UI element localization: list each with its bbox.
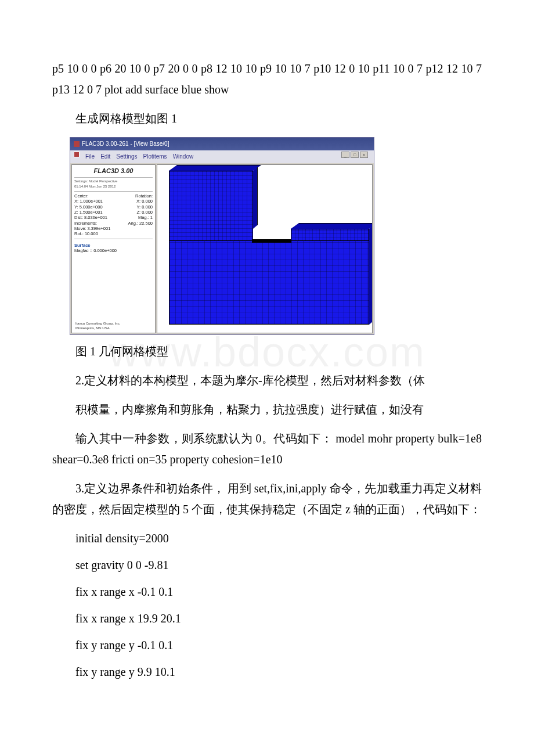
rot-value: Rot.: 10.000 [74, 231, 153, 236]
mesh-column [169, 171, 253, 242]
rot-z: Z: 0.000 [136, 210, 153, 215]
move-value: Move: 3.399e+001 [74, 226, 153, 231]
mag-value: Mag.: 1 [138, 215, 153, 220]
menu-settings[interactable]: Settings [116, 152, 137, 162]
flac-window: FLAC3D 3.00-261 - [View Base/0] File Edi… [70, 137, 374, 335]
code-line-4: fix x range x 19.9 20.1 [75, 608, 482, 629]
code-line-6: fix y range y 9.9 10.1 [75, 661, 482, 682]
info-panel: FLAC3D 3.00 Settings: Model Perspective … [71, 164, 156, 333]
mesh-trench [252, 239, 291, 243]
app-icon [74, 141, 80, 147]
center-z: Z: 1.500e+001 [74, 210, 103, 215]
menu-edit[interactable]: Edit [100, 152, 110, 162]
mesh-top-face-2 [291, 223, 373, 229]
menu-file[interactable]: File [85, 152, 95, 162]
titlebar: FLAC3D 3.00-261 - [View Base/0] [70, 138, 374, 150]
code-line-1: initial density=2000 [75, 528, 482, 549]
figure-1: FLAC3D 3.00-261 - [View Base/0] File Edi… [70, 137, 482, 335]
menu-plotitems[interactable]: Plotitems [143, 152, 167, 162]
mesh-side-face-1 [253, 167, 258, 229]
doc-icon [74, 152, 80, 157]
minimize-button[interactable]: _ [341, 152, 349, 158]
menu-window[interactable]: Window [173, 152, 194, 162]
mesh-step [291, 229, 369, 242]
brand-label: FLAC3D 3.00 [74, 167, 153, 175]
ang-value: Ang.: 22.500 [128, 221, 153, 226]
footer-company: Itasca Consulting Group, Inc. [75, 322, 120, 326]
menubar: File Edit Settings Plotitems Window _ □ … [70, 150, 374, 163]
footer-location: Minneapolis, MN USA [75, 326, 120, 331]
close-button[interactable]: × [360, 152, 368, 158]
titlebar-text: FLAC3D 3.00-261 - [View Base/0] [82, 139, 169, 149]
code-line-2: set gravity 0 0 -9.81 [75, 555, 482, 575]
window-controls: _ □ × [341, 152, 368, 162]
rot-y: Y: 0.000 [136, 204, 153, 210]
magfac-value: Magfac = 0.000e+000 [74, 248, 153, 253]
body-text-step2c: 输入其中一种参数，则系统默认为 0。代码如下： model mohr prope… [52, 428, 482, 470]
body-text-genmesh: 生成网格模型如图 1 [52, 108, 482, 129]
code-line-5: fix y range y -0.1 0.1 [75, 635, 482, 656]
mesh-top-face-1 [169, 165, 261, 171]
surface-header: Surface [74, 243, 153, 248]
center-header: Center: [74, 193, 89, 199]
code-line-3: fix x range x -0.1 0.1 [75, 581, 482, 602]
body-text-step3: 3.定义边界条件和初始条件， 用到 set,fix,ini,apply 命令，先… [52, 478, 482, 520]
body-text-step2a: 2.定义材料的本构模型，本题为摩尔-库伦模型，然后对材料参数（体 [52, 370, 482, 391]
settings-label: Settings: Model Perspective [74, 179, 153, 184]
mesh-base [169, 240, 369, 325]
mesh-side-face-2 [369, 225, 373, 325]
dist-value: Dist: 8.036e+001 [74, 215, 107, 220]
rot-x: X: 0.000 [136, 199, 153, 204]
timestamp-label: 01:14:04 Mon Jun 25 2012 [74, 185, 153, 189]
window-content: FLAC3D 3.00 Settings: Model Perspective … [70, 163, 374, 334]
center-x: X: 1.000e+001 [74, 199, 103, 204]
viewport-3d[interactable] [157, 164, 373, 333]
maximize-button[interactable]: □ [351, 152, 359, 158]
increments-label: Increments: [74, 221, 97, 226]
body-text-step2b: 积模量，内摩擦角和剪胀角，粘聚力，抗拉强度）进行赋值，如没有 [52, 399, 482, 420]
center-y: Y: 5.000e+000 [74, 204, 103, 210]
body-text-coords: p5 10 0 0 p6 20 10 0 p7 20 0 0 p8 12 10 … [52, 58, 482, 100]
rotation-header: Rotation: [135, 193, 153, 199]
figure-caption-1: 图 1 几何网格模型 [52, 341, 482, 362]
